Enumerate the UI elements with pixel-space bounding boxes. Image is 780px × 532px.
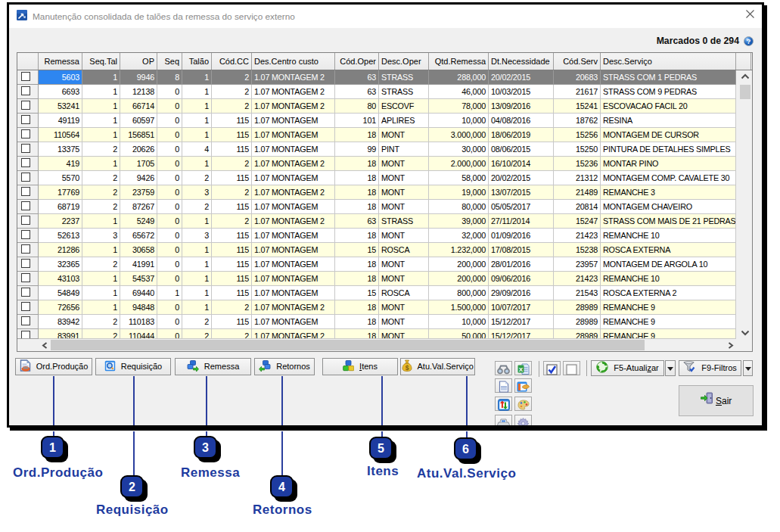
svg-text:?: ?	[747, 38, 751, 45]
svg-text:X: X	[518, 366, 523, 373]
svg-text:$: $	[406, 364, 409, 372]
